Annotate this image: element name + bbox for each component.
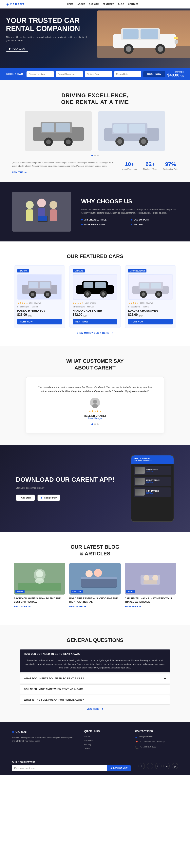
car-reviews-1: 25k+ reviews [29, 302, 41, 304]
footer-bottom: OUR NEWSLETTER! SUBSCRIBE NOW f t in ▶ p [12, 757, 178, 771]
nav-link-contact[interactable]: CONTACT [128, 3, 139, 5]
nav-logo[interactable]: ◈ CARENT [6, 2, 25, 6]
dot-3[interactable] [97, 155, 99, 156]
car-spec-transmission-3: Manual [142, 306, 149, 308]
testimonial-dot-1[interactable] [91, 424, 93, 425]
read-more-arrow-3 [139, 605, 141, 608]
car-image-1 [17, 274, 62, 300]
faq-question-1[interactable]: HOW OLD DO I NEED TO BE TO RENT A CAR? − [20, 649, 170, 658]
blog-tag-2: ROAD TRIP [71, 590, 83, 593]
return-date-input[interactable] [114, 71, 141, 77]
svg-rect-4 [123, 29, 139, 39]
svg-point-27 [117, 139, 122, 144]
faq-question-3[interactable]: DO I NEED INSURANCE WHEN RENTING A CAR? … [20, 685, 170, 694]
rent-button-2[interactable]: RENT NOW → [73, 319, 117, 324]
youtube-icon[interactable]: ▶ [163, 763, 170, 769]
car-stars-3: ★★★★☆ [128, 302, 139, 305]
pickup-location-input[interactable] [27, 71, 54, 77]
car-reviews-2: 50k+ reviews [85, 302, 97, 304]
linkedin-icon[interactable]: in [155, 763, 162, 769]
dropoff-location-input[interactable] [56, 71, 83, 77]
pickup-date-input[interactable] [85, 71, 112, 77]
nav-link-about[interactable]: ABOUT [77, 3, 85, 5]
feature-dot-4 [131, 224, 132, 225]
blog-card-3: HACKS CAR RENTAL HACKS: MAXIMIZING YOUR … [125, 563, 176, 608]
rent-button-3[interactable]: RENT NOW → [128, 319, 173, 324]
footer-contact-col: CONTACT INFO ✉ info@carent.com 📍 123 Ren… [135, 730, 178, 751]
faq-plus-icon-4: + [164, 698, 166, 702]
faq-question-2[interactable]: WHAT DOCUMENTS DO I NEED TO RENT A CAR? … [20, 674, 170, 683]
twitter-icon[interactable]: t [147, 763, 153, 769]
showcase-car-1-svg [25, 111, 92, 151]
facebook-icon[interactable]: f [139, 763, 145, 769]
car-stars-2: ★★★★☆ [73, 302, 83, 305]
testimonial-dot-3[interactable] [97, 424, 99, 425]
testimonial-dot-2[interactable] [94, 424, 96, 425]
footer-link-services[interactable]: Services [84, 739, 127, 742]
app-phone-header: Hello, JONATHAN GOOD MORNING ☀ [131, 456, 173, 464]
newsletter-input[interactable] [12, 765, 107, 771]
arrow-right-icon [24, 171, 27, 174]
newsletter-subscribe-button[interactable]: SUBSCRIBE NOW [107, 765, 131, 771]
car-stars-1: ★★★★☆ [17, 302, 28, 305]
footer-link-pricing[interactable]: Pricing [84, 743, 127, 746]
view-more-link[interactable]: VIEW MORE? CLICK HERE [8, 332, 182, 334]
svg-point-76 [85, 570, 92, 577]
book-section: BOOK A CAR BOOK NOW Starting at $40.00 /… [0, 68, 190, 80]
footer-email: ✉ info@carent.com [135, 736, 178, 739]
svg-point-73 [35, 578, 44, 584]
read-more-3[interactable]: READ MORE [125, 605, 176, 608]
car-spec-transmission-1: Manual [32, 306, 38, 308]
footer-link-about[interactable]: About [84, 736, 127, 738]
nav-link-cars[interactable]: OUR CAR [89, 3, 99, 5]
play-demo-button[interactable]: PLAY DEMO [6, 46, 28, 52]
svg-rect-60 [140, 283, 150, 288]
car-image-3 [128, 274, 173, 300]
google-play-button[interactable]: ▶ Google Play [37, 495, 60, 501]
rent-button-1[interactable]: RENT NOW → [17, 319, 62, 324]
nav-link-features[interactable]: FEATURES [103, 3, 114, 5]
car-badge-3: 150k+ reviewed [128, 269, 146, 273]
hamburger-icon[interactable]: ☰ [181, 2, 184, 6]
hero-subtitle: This hero title implies that the car ren… [6, 36, 89, 42]
car-spec-passengers-2: 5 Passengers [73, 306, 85, 308]
faq-show-more-link[interactable]: VIEW MORE [20, 708, 170, 710]
faq-item-3: DO I NEED INSURANCE WHEN RENTING A CAR? … [20, 684, 170, 694]
logo-text: CARENT [10, 3, 25, 6]
footer-logo: ◈ CARENT [12, 730, 76, 734]
faq-question-4[interactable]: WHAT IS THE FUEL POLICY FOR RENTAL CARS?… [20, 695, 170, 704]
pinterest-icon[interactable]: p [172, 763, 178, 769]
testimonial-section: WHAT CUSTOMER SAY ABOUT CARENT "I've ren… [0, 346, 190, 445]
google-play-icon: ▶ [41, 497, 43, 499]
about-us-link[interactable]: ABOUT US [12, 170, 114, 174]
dot-2[interactable] [94, 155, 96, 156]
faq-item-2: WHAT DOCUMENTS DO I NEED TO RENT A CAR? … [20, 674, 170, 683]
reviewer-role: Brand Manager [38, 417, 152, 420]
footer-link-team[interactable]: Team [84, 747, 127, 750]
car-image-2 [73, 274, 117, 300]
svg-point-31 [26, 201, 34, 209]
car-badge-1: NEW CAR [17, 269, 29, 273]
arrow-icon-1: → [57, 320, 59, 323]
book-now-button[interactable]: BOOK NOW [143, 71, 165, 77]
stat-years: 10+ Years Experience [122, 161, 137, 170]
nav-link-home[interactable]: HOME [67, 3, 74, 5]
svg-rect-83 [143, 580, 157, 584]
stat-cars-number: 62+ [143, 161, 157, 167]
read-more-1[interactable]: READ MORE [14, 605, 65, 608]
why-feature-support: 24/7 SUPPORT [131, 219, 178, 221]
svg-rect-16 [56, 123, 70, 132]
footer-quick-links: QUICK LINKS About Services Pricing Team [84, 730, 127, 751]
dot-1[interactable] [91, 155, 93, 156]
car-name-3: LUXURY CROSSOVER [128, 309, 173, 312]
car-name-2: HANDO CROSS OVER [73, 309, 117, 312]
svg-rect-10 [174, 37, 178, 39]
footer-address: 📍 123 Rental Street, Auto City [135, 741, 178, 744]
cars-grid: NEW CAR ★★★★☆ 25k+ reviews [8, 266, 182, 328]
nav-link-blog[interactable]: BLOG [118, 3, 124, 5]
faq-item-4: WHAT IS THE FUEL POLICY FOR RENTAL CARS?… [20, 695, 170, 705]
blog-image-1: SAVING [14, 563, 65, 594]
car-card-1: NEW CAR ★★★★☆ 25k+ reviews [14, 266, 65, 328]
read-more-2[interactable]: READ MORE [69, 605, 121, 608]
app-store-button[interactable]: App Store [16, 495, 35, 501]
